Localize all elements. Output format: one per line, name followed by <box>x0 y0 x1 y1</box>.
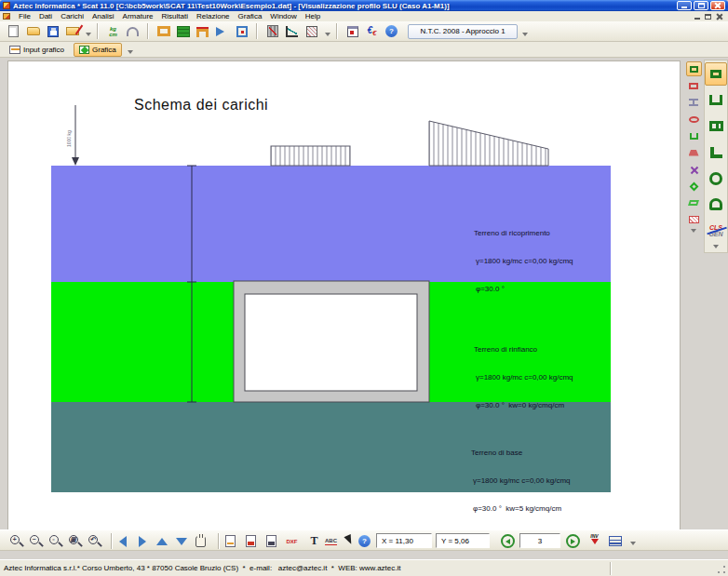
section-double-box-button[interactable] <box>705 114 727 138</box>
text-tool-button[interactable]: T <box>305 532 323 550</box>
print-preview-button[interactable] <box>222 532 239 550</box>
next-page-button[interactable] <box>564 532 582 550</box>
materials-button[interactable] <box>174 22 192 40</box>
menu-relazione[interactable]: Relazione <box>196 12 230 20</box>
section-box-button[interactable] <box>705 62 727 86</box>
section-small-trapezoid-button[interactable] <box>686 145 702 160</box>
next-circle-icon <box>566 534 580 548</box>
menu-grafica[interactable]: Grafica <box>238 12 263 20</box>
section-small-hatch-button[interactable] <box>686 212 702 227</box>
export-image-icon <box>266 535 276 547</box>
pan-hand-button[interactable] <box>192 532 209 550</box>
drawing-canvas[interactable]: Schema dei carichi 1000 kg Terreno di ri… <box>7 60 681 530</box>
section-l-button[interactable] <box>705 141 727 164</box>
mdi-close-icon[interactable] <box>716 13 722 20</box>
save-button[interactable] <box>44 22 61 40</box>
inv-icon: INV <box>590 534 598 548</box>
next-arrow-glyph <box>571 539 575 544</box>
menu-help[interactable]: Help <box>305 12 320 20</box>
section-small-diamond-button[interactable] <box>686 179 702 194</box>
mdi-restore-icon[interactable] <box>705 14 711 20</box>
tab-input-grafico[interactable]: Input grafico <box>4 43 70 57</box>
zoom-previous-button[interactable]: ↶ <box>86 532 103 550</box>
toolbar-separator <box>97 23 99 39</box>
main-toolbar: kg cm € € ? N.T.C. 2008 - Approccio 1 <box>0 21 728 42</box>
layers-button[interactable] <box>606 532 624 550</box>
pan-down-button[interactable] <box>172 532 190 550</box>
title-bar: Aztec Informatica * Scat 11.0 [C:\bcb5wo… <box>0 0 728 11</box>
pan-left-button[interactable] <box>114 532 131 550</box>
maximize-button[interactable] <box>694 1 708 10</box>
edit-project-button[interactable] <box>63 22 81 40</box>
section-small-x-button[interactable] <box>686 162 702 177</box>
toolbar-group-chevron[interactable] <box>128 42 134 57</box>
zoom-window-button[interactable]: ▫ <box>47 532 64 550</box>
menu-carichi[interactable]: Carichi <box>61 12 84 20</box>
normative-button[interactable] <box>124 22 142 40</box>
menu-armature[interactable]: Armature <box>123 12 154 20</box>
section-small-box-button[interactable] <box>686 61 702 76</box>
gen-label: GEN <box>708 231 722 237</box>
loads-button[interactable] <box>194 22 211 40</box>
resize-grip[interactable] <box>716 564 727 575</box>
materials-brick-icon <box>177 26 190 37</box>
help-button[interactable]: ? <box>383 22 400 40</box>
loads-icon <box>196 29 209 37</box>
verify-button[interactable] <box>303 22 320 40</box>
toolbar-group-chevron[interactable] <box>521 24 528 39</box>
rebar-button[interactable] <box>263 22 281 40</box>
units-button[interactable]: kg cm <box>104 22 122 40</box>
menu-analisi[interactable]: Analisi <box>92 12 115 20</box>
frame-analysis-button[interactable] <box>233 22 250 40</box>
context-help-button[interactable]: ? <box>356 532 373 550</box>
section-small-u-button[interactable] <box>686 128 702 143</box>
export-bmp-button[interactable] <box>263 532 280 550</box>
pan-up-button[interactable] <box>153 532 170 550</box>
minimize-button[interactable] <box>677 1 692 10</box>
zoom-extents-button[interactable]: ▣ <box>66 532 84 550</box>
geometry-button[interactable] <box>155 22 172 40</box>
close-button[interactable] <box>710 1 725 10</box>
view-toolbar: Input grafico Grafica <box>0 42 728 58</box>
section-small-parallelogram-button[interactable] <box>686 195 702 210</box>
export-wmf-button[interactable] <box>242 532 260 550</box>
pan-right-button[interactable] <box>133 532 151 550</box>
menu-dati[interactable]: Dati <box>39 12 52 20</box>
toolbar-group-chevron[interactable] <box>85 24 91 39</box>
window-controls <box>677 1 725 10</box>
new-file-button[interactable] <box>5 22 22 40</box>
diagram-button[interactable] <box>283 22 301 40</box>
toolbar-chevron[interactable] <box>688 229 699 234</box>
mdi-minimize-icon[interactable] <box>694 18 700 20</box>
section-small-beam-button[interactable] <box>686 95 702 110</box>
tab-grafica[interactable]: Grafica <box>74 43 122 57</box>
previous-page-button[interactable] <box>499 532 517 550</box>
font-button[interactable]: ABC <box>322 532 340 550</box>
section-small-oval-button[interactable] <box>686 112 702 127</box>
material-cls-gen-button[interactable]: CLS GEN <box>705 219 727 242</box>
invert-view-button[interactable]: INV <box>586 532 603 550</box>
section-arch-button[interactable] <box>705 193 727 216</box>
export-dxf-button[interactable]: DXF <box>283 532 301 550</box>
toolbar-chevron[interactable] <box>710 245 721 250</box>
toolbar-chevron[interactable] <box>629 533 636 548</box>
mdi-child-icon <box>3 13 10 20</box>
toolbar-group-chevron[interactable] <box>324 24 330 39</box>
section-circle-button[interactable] <box>705 167 727 190</box>
menu-risultati[interactable]: Risultati <box>162 12 188 20</box>
diamond-section-icon <box>689 181 698 191</box>
cost-estimate-button[interactable]: € € <box>363 22 381 40</box>
menu-file[interactable]: File <box>19 12 31 20</box>
section-u-button[interactable] <box>705 88 727 112</box>
thrust-button[interactable] <box>213 22 231 40</box>
export-doc-icon <box>246 535 256 547</box>
open-file-button[interactable] <box>24 22 42 40</box>
zoom-in-button[interactable]: + <box>7 532 25 550</box>
report-button[interactable] <box>344 22 361 40</box>
zoom-out-button[interactable]: − <box>27 532 45 550</box>
toolbar-separator <box>336 23 338 39</box>
menu-window[interactable]: Window <box>270 12 296 20</box>
code-approach-selector[interactable]: N.T.C. 2008 - Approccio 1 <box>408 24 518 39</box>
page-number-field[interactable]: 3 <box>519 533 560 548</box>
section-small-frame-button[interactable] <box>686 78 702 93</box>
